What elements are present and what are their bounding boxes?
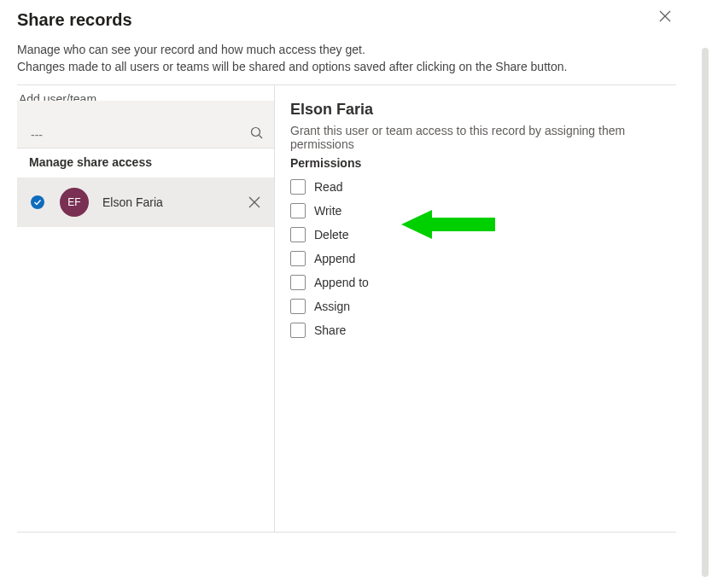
permission-label: Assign bbox=[314, 300, 350, 313]
permission-assign: Assign bbox=[290, 294, 668, 318]
dialog-content: Add user/team Manage share access EF Els… bbox=[17, 85, 676, 533]
close-icon bbox=[659, 10, 671, 22]
remove-user-button[interactable] bbox=[243, 191, 266, 213]
search-input[interactable] bbox=[29, 127, 286, 143]
dialog-description-line2: Changes made to all users or teams will … bbox=[17, 59, 692, 74]
permission-write-checkbox[interactable] bbox=[290, 203, 306, 218]
permission-read-checkbox[interactable] bbox=[290, 179, 306, 195]
dialog-description: Manage who can see your record and how m… bbox=[17, 42, 692, 74]
dialog-description-line1: Manage who can see your record and how m… bbox=[17, 42, 692, 57]
permission-label: Delete bbox=[314, 228, 348, 242]
avatar: EF bbox=[60, 188, 89, 217]
permission-share-checkbox[interactable] bbox=[290, 323, 306, 338]
left-pane: Add user/team Manage share access EF Els… bbox=[17, 85, 275, 532]
permission-delete: Delete bbox=[290, 223, 668, 247]
share-records-dialog: Share records Manage who can see your re… bbox=[0, 0, 692, 588]
permission-label: Write bbox=[314, 204, 341, 218]
permission-label: Append to bbox=[314, 276, 369, 289]
permission-append: Append bbox=[290, 247, 668, 271]
scrollbar[interactable] bbox=[702, 48, 709, 577]
permission-delete-checkbox[interactable] bbox=[290, 227, 306, 242]
permission-share: Share bbox=[290, 318, 668, 342]
permission-read: Read bbox=[290, 175, 668, 199]
permissions-user-title: Elson Faria bbox=[290, 101, 668, 119]
shared-user-row[interactable]: EF Elson Faria bbox=[17, 178, 274, 227]
dialog-title: Share records bbox=[17, 10, 692, 30]
close-dialog-button[interactable] bbox=[654, 10, 676, 32]
manage-share-access-label: Manage share access bbox=[17, 148, 274, 178]
permission-label: Share bbox=[314, 323, 346, 337]
svg-line-3 bbox=[260, 136, 263, 139]
permission-append-to: Append to bbox=[290, 271, 668, 294]
user-team-search-box[interactable] bbox=[17, 101, 274, 148]
permission-label: Read bbox=[314, 180, 342, 194]
permissions-label: Permissions bbox=[290, 156, 668, 170]
permission-append-checkbox[interactable] bbox=[290, 251, 306, 266]
permission-write: Write bbox=[290, 199, 668, 223]
search-icon[interactable] bbox=[250, 126, 264, 143]
shared-user-name: Elson Faria bbox=[102, 195, 243, 209]
close-icon bbox=[248, 196, 260, 208]
svg-point-2 bbox=[252, 128, 260, 137]
permission-assign-checkbox[interactable] bbox=[290, 299, 306, 314]
add-user-team-label: Add user/team bbox=[17, 85, 274, 102]
permissions-list: Read Write Delete Append Append to bbox=[290, 175, 668, 342]
right-pane: Elson Faria Grant this user or team acce… bbox=[275, 85, 676, 532]
selected-check-icon bbox=[31, 195, 44, 209]
permission-label: Append bbox=[314, 252, 355, 265]
permission-append-to-checkbox[interactable] bbox=[290, 275, 306, 290]
permissions-description: Grant this user or team access to this r… bbox=[290, 124, 668, 151]
